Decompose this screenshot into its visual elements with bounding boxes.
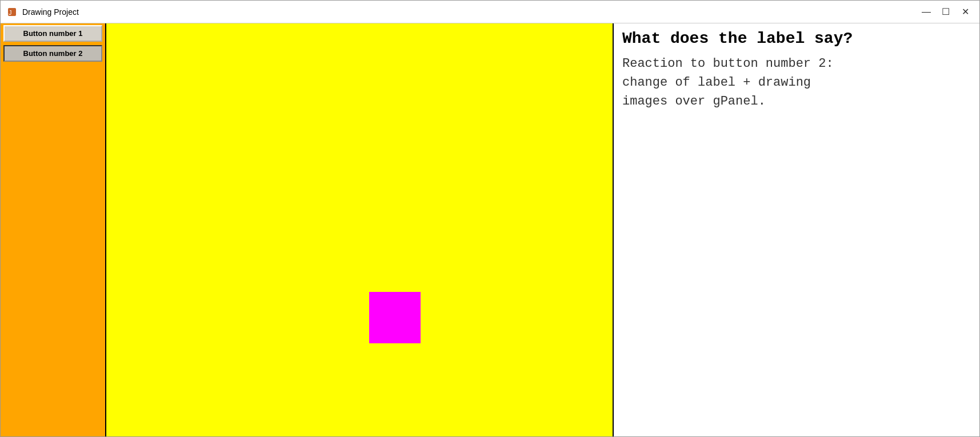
content-area: Button number 1 Button number 2 What doe… [1, 23, 979, 436]
button-number-2[interactable]: Button number 2 [3, 45, 102, 62]
minimize-button[interactable]: — [918, 3, 935, 21]
right-panel: What does the label say? Reaction to but… [614, 23, 979, 436]
title-bar-controls: — ☐ ✕ [918, 3, 974, 21]
maximize-button[interactable]: ☐ [937, 3, 954, 21]
right-panel-heading: What does the label say? [622, 29, 971, 49]
main-window: J Drawing Project — ☐ ✕ Button number 1 … [0, 0, 980, 437]
window-title: Drawing Project [22, 7, 79, 17]
java-icon: J [6, 6, 18, 18]
title-bar: J Drawing Project — ☐ ✕ [1, 1, 979, 23]
magenta-rectangle [369, 292, 421, 343]
close-button[interactable]: ✕ [957, 3, 974, 21]
reaction-text: Reaction to button number 2:change of la… [622, 57, 834, 109]
left-panel: Button number 1 Button number 2 [1, 23, 106, 436]
button-number-1[interactable]: Button number 1 [3, 25, 102, 42]
drawing-panel [106, 23, 614, 436]
right-panel-body: Reaction to button number 2:change of la… [622, 54, 971, 111]
title-bar-left: J Drawing Project [6, 6, 918, 18]
button-container: Button number 1 Button number 2 [1, 23, 105, 63]
svg-text:J: J [9, 9, 12, 16]
